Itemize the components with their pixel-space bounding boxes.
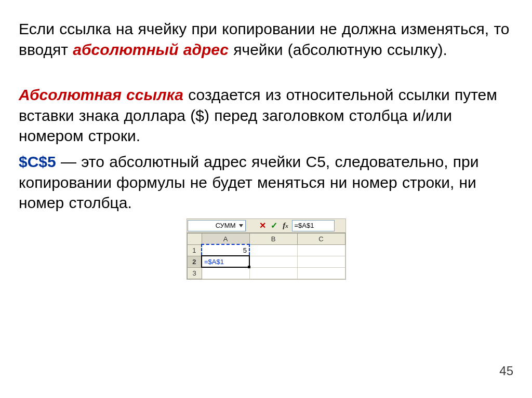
row-header-3[interactable]: 3 bbox=[187, 267, 202, 279]
slide: Если ссылка на ячейку при копировании не… bbox=[0, 0, 532, 398]
col-header-a[interactable]: A bbox=[202, 233, 249, 244]
cell-c3[interactable] bbox=[297, 267, 345, 279]
row-1: 1 5 bbox=[187, 244, 345, 256]
formula-bar-row: СУММ ✕ ✓ fx =$A$1 bbox=[187, 219, 345, 232]
cell-c1[interactable] bbox=[297, 244, 345, 256]
col-header-b[interactable]: B bbox=[249, 233, 297, 244]
header-row: A B C bbox=[187, 233, 345, 244]
grid-table: A B C 1 5 2 =$A$1 bbox=[187, 233, 345, 279]
excel-window: СУММ ✕ ✓ fx =$A$1 A B bbox=[187, 218, 346, 280]
spreadsheet-grid: A B C 1 5 2 =$A$1 bbox=[187, 232, 345, 279]
p3-post: — это абсолютный адрес ячейки С5, следов… bbox=[19, 153, 479, 211]
row-3: 3 bbox=[187, 267, 345, 279]
paragraph-3: $C$5 — это абсолютный адрес ячейки С5, с… bbox=[19, 152, 513, 213]
paragraph-2: Абсолютная ссылка создается из относител… bbox=[19, 85, 513, 146]
cell-a2[interactable]: =$A$1 bbox=[202, 256, 249, 267]
p1-emph: абсолютный адрес bbox=[73, 41, 229, 58]
select-all-corner[interactable] bbox=[187, 233, 202, 244]
name-box-text: СУММ bbox=[190, 222, 236, 229]
enter-check-icon[interactable]: ✓ bbox=[269, 220, 280, 231]
cell-b1[interactable] bbox=[249, 244, 297, 256]
page-number: 45 bbox=[499, 364, 513, 378]
formula-input[interactable]: =$A$1 bbox=[292, 220, 335, 231]
cell-c2[interactable] bbox=[297, 256, 345, 267]
paragraph-1: Если ссылка на ячейку при копировании не… bbox=[19, 19, 513, 60]
cancel-x-icon[interactable]: ✕ bbox=[257, 220, 269, 231]
formula-text: =$A$1 bbox=[295, 222, 314, 229]
fx-icon[interactable]: fx bbox=[280, 220, 291, 231]
row-header-2[interactable]: 2 bbox=[187, 256, 202, 267]
svg-marker-0 bbox=[239, 224, 243, 227]
row-2: 2 =$A$1 bbox=[187, 256, 345, 267]
cell-b2[interactable] bbox=[249, 256, 297, 267]
cell-a1[interactable]: 5 bbox=[202, 244, 249, 256]
p3-emph: $C$5 bbox=[19, 153, 56, 170]
p1-post: ячейки (абсолютную ссылку). bbox=[229, 41, 447, 58]
toolbar-spacer bbox=[246, 220, 257, 231]
excel-fragment: СУММ ✕ ✓ fx =$A$1 A B bbox=[19, 218, 513, 280]
p2-emph: Абсолютная ссылка bbox=[19, 86, 183, 103]
row-header-1[interactable]: 1 bbox=[187, 244, 202, 256]
cell-b3[interactable] bbox=[249, 267, 297, 279]
spacer bbox=[19, 65, 513, 85]
name-box[interactable]: СУММ bbox=[188, 220, 246, 231]
cell-a3[interactable] bbox=[202, 267, 249, 279]
dropdown-icon[interactable] bbox=[239, 222, 243, 230]
col-header-c[interactable]: C bbox=[297, 233, 345, 244]
